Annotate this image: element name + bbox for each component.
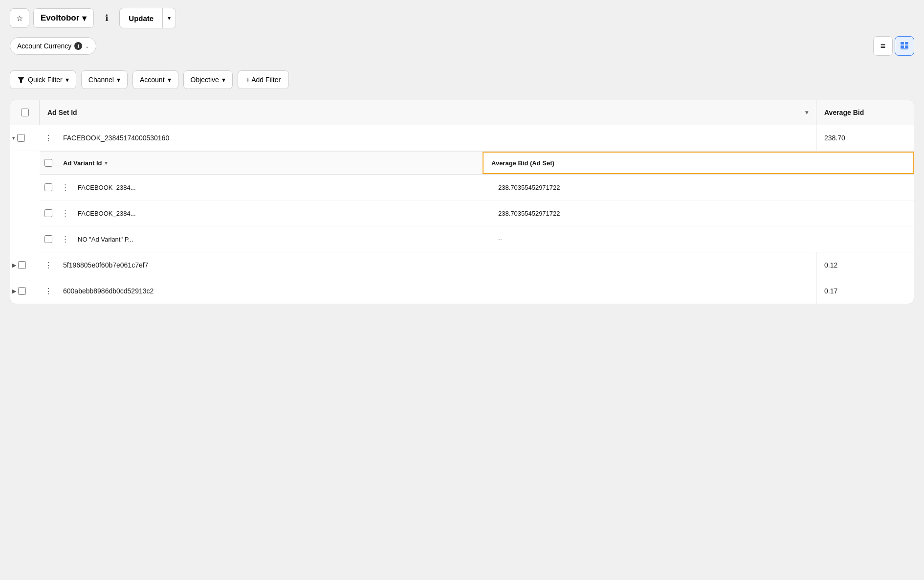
sub-checkbox-1[interactable] [44, 183, 52, 191]
row-bid-1: 238.70 [816, 125, 914, 151]
sub-row-id-2: FACEBOOK_2384... [73, 201, 490, 226]
adset-id-label: Ad Set Id [47, 109, 77, 116]
sub-header-checkbox-area [40, 152, 57, 174]
svg-rect-0 [901, 42, 904, 45]
quick-filter-icon [17, 76, 25, 84]
sub-row-actions-2[interactable]: ⋮ [57, 201, 73, 226]
sub-row-id-1: FACEBOOK_2384... [73, 175, 490, 200]
sub-row-actions-1[interactable]: ⋮ [57, 175, 73, 200]
star-button[interactable]: ☆ [10, 8, 29, 28]
sub-row-actions-3[interactable]: ⋮ [57, 226, 73, 252]
table-header: Ad Set Id ▾ Average Bid [10, 100, 914, 125]
adset-sort-icon[interactable]: ▾ [805, 109, 808, 116]
expand-arrow-1[interactable]: ▾ [12, 135, 15, 141]
app-name-label: Evoltobor [41, 13, 79, 23]
star-icon: ☆ [16, 14, 23, 23]
add-filter-button[interactable]: + Add Filter [238, 70, 289, 89]
objective-filter-label: Objective [191, 76, 219, 84]
sub-row-checkbox-2 [40, 201, 57, 226]
sub-row-2: ⋮ FACEBOOK_2384... 238.70355452971722 [40, 201, 914, 226]
list-view-button[interactable]: ≡ [873, 36, 893, 56]
view-toggle-group: ≡ [873, 36, 914, 56]
sub-table-header: Ad Variant Id ▾ Average Bid (Ad Set) [40, 152, 914, 175]
avg-bid-label: Average Bid [824, 109, 864, 116]
sub-sort-icon[interactable]: ▾ [105, 160, 108, 166]
quick-filter-label: Quick Filter [28, 76, 63, 84]
sub-row-bid-2: 238.70355452971722 [490, 201, 914, 226]
row-checkbox-2[interactable] [18, 261, 26, 269]
update-arrow-icon: ▾ [168, 15, 171, 22]
sub-row-checkbox-1 [40, 175, 57, 200]
quick-filter-chevron: ▾ [66, 76, 69, 84]
sub-col-avg-bid-adset: Average Bid (Ad Set) [483, 152, 914, 174]
sub-row-1: ⋮ FACEBOOK_2384... 238.70355452971722 [40, 175, 914, 201]
update-button-group: Update ▾ [119, 8, 176, 28]
update-dropdown-button[interactable]: ▾ [162, 8, 176, 28]
row-id-3: 600abebb8986db0cd52913c2 [57, 278, 816, 304]
row-actions-2[interactable]: ⋮ [40, 252, 57, 278]
sub-row-bid-3: -- [490, 226, 914, 252]
objective-filter-button[interactable]: Objective ▾ [183, 70, 233, 89]
filter-toolbar: Quick Filter ▾ Channel ▾ Account ▾ Objec… [10, 64, 914, 96]
account-currency-label: Account Currency [17, 42, 71, 50]
sub-table-1: Ad Variant Id ▾ Average Bid (Ad Set) ⋮ F… [40, 151, 914, 252]
channel-filter-button[interactable]: Channel ▾ [81, 70, 128, 89]
row-id-1: FACEBOOK_23845174000530160 [57, 125, 816, 151]
row-bid-3: 0.17 [816, 278, 914, 304]
adset-id-header: Ad Set Id ▾ [40, 100, 816, 125]
table-row-2: ▶ ⋮ 5f196805e0f60b7e061c7ef7 0.12 [10, 252, 914, 278]
svg-marker-5 [18, 77, 24, 83]
row-actions-1[interactable]: ⋮ [40, 125, 57, 151]
account-filter-button[interactable]: Account ▾ [132, 70, 178, 89]
sub-checkbox-3[interactable] [44, 235, 52, 243]
info-icon: ℹ [105, 13, 109, 23]
info-button[interactable]: ℹ [98, 9, 115, 27]
sub-row-bid-1: 238.70355452971722 [490, 175, 914, 200]
grid-view-button[interactable] [895, 36, 914, 56]
quick-filter-button[interactable]: Quick Filter ▾ [10, 70, 76, 89]
expand-arrow-3[interactable]: ▶ [12, 288, 16, 294]
list-view-icon: ≡ [880, 41, 886, 51]
sub-select-all-checkbox[interactable] [44, 159, 52, 167]
sub-col-ad-variant-id: Ad Variant Id ▾ [57, 152, 483, 174]
table-row-1: ▾ ⋮ FACEBOOK_23845174000530160 238.70 [10, 125, 914, 252]
currency-info-icon: i [74, 42, 82, 50]
grid-view-icon [900, 41, 909, 51]
sub-row-3: ⋮ NO "Ad Variant" P... -- [40, 226, 914, 252]
account-chevron: ▾ [168, 76, 171, 84]
select-all-checkbox[interactable] [21, 109, 29, 116]
sub-row-checkbox-3 [40, 226, 57, 252]
svg-rect-1 [905, 42, 908, 45]
avg-bid-header: Average Bid [816, 100, 914, 125]
expand-arrow-2[interactable]: ▶ [12, 262, 16, 268]
row-bid-2: 0.12 [816, 252, 914, 278]
svg-rect-2 [901, 45, 904, 48]
row-expand-area-3: ▶ [10, 278, 40, 304]
row-checkbox-3[interactable] [18, 287, 26, 295]
row-expand-area-2: ▶ [10, 252, 40, 278]
table-row-3: ▶ ⋮ 600abebb8986db0cd52913c2 0.17 [10, 278, 914, 304]
row-expand-area-1: ▾ [10, 125, 40, 151]
sub-checkbox-2[interactable] [44, 209, 52, 217]
row-checkbox-1[interactable] [17, 134, 25, 142]
row-id-2: 5f196805e0f60b7e061c7ef7 [57, 252, 816, 278]
sub-row-id-3: NO "Ad Variant" P... [73, 226, 490, 252]
currency-chevron-icon: ⌄ [85, 44, 89, 49]
row-actions-3[interactable]: ⋮ [40, 278, 57, 304]
app-name-button[interactable]: Evoltobor ▾ [33, 8, 94, 28]
account-filter-label: Account [140, 76, 165, 84]
main-table: Ad Set Id ▾ Average Bid ▾ ⋮ FACEBOOK_238… [10, 100, 914, 304]
channel-chevron: ▾ [117, 76, 120, 84]
account-currency-dropdown[interactable]: Account Currency i ⌄ [10, 37, 96, 55]
svg-rect-3 [905, 45, 908, 48]
chevron-down-icon: ▾ [82, 13, 87, 23]
update-button[interactable]: Update [120, 8, 162, 28]
objective-chevron: ▾ [222, 76, 225, 84]
header-checkbox-area [10, 100, 40, 125]
top-toolbar: ☆ Evoltobor ▾ ℹ Update ▾ [10, 8, 914, 28]
channel-filter-label: Channel [88, 76, 114, 84]
row-facebook-expanded: ▾ ⋮ FACEBOOK_23845174000530160 238.70 [10, 125, 914, 151]
